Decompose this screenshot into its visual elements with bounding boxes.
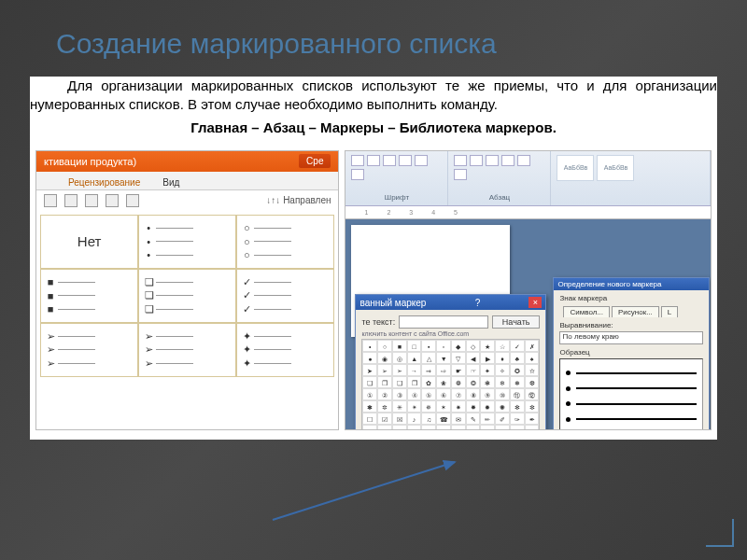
bullet-opt-check[interactable]: ✓ ✓ ✓	[236, 269, 334, 323]
ribbon-styles-group: АаБбВв АаБбВв	[551, 151, 711, 206]
document-area: ванный маркер ? × те текст: Начать ключи…	[345, 219, 711, 429]
font-icon[interactable]	[351, 155, 364, 166]
help-icon[interactable]: ?	[475, 298, 481, 308]
style-box-2[interactable]: АаБбВв	[597, 155, 634, 181]
office-hint: ключить контент с сайта Office.com	[361, 330, 540, 337]
ribbon-tabs: Рецензирование Вид	[36, 172, 338, 190]
bullet-opt-circle[interactable]: ○ ○ ○	[236, 215, 334, 269]
tab-picture[interactable]: Рисунок...	[612, 306, 659, 317]
ribbon-font-group: Шрифт	[345, 151, 448, 206]
marker-section-label: Знак маркера	[559, 294, 703, 302]
content-box: Для организации маркированных списков ис…	[30, 77, 717, 440]
search-label: те текст:	[361, 317, 395, 327]
start-button[interactable]: Начать	[492, 315, 541, 329]
font-group-label: Шрифт	[351, 193, 442, 202]
tab-review[interactable]: Рецензирование	[64, 175, 144, 189]
svg-line-0	[273, 462, 455, 520]
search-input[interactable]	[399, 315, 488, 329]
indent-dec-icon[interactable]	[106, 194, 119, 207]
ruler: 12345	[345, 206, 711, 219]
bullet-opt-arrow2[interactable]: ➢ ➢ ➢	[138, 323, 236, 377]
spacing-icon[interactable]	[454, 169, 467, 180]
slide-title: Создание маркированного списка	[56, 28, 710, 60]
bullets-ribbon-icon[interactable]	[454, 155, 467, 166]
bullets-icon[interactable]	[44, 194, 57, 207]
corner-decoration	[706, 519, 734, 547]
preview-label: Образец	[559, 348, 703, 357]
symbol-grid[interactable]: •○■□▪▫◆◇★☆✓✗ ●◉◎▲△▼▽◀▶♦♣♠ ➤➢➣→⇒⇨☛☞✦✧✪✫ ❏…	[361, 339, 540, 430]
size-icon[interactable]	[367, 155, 380, 166]
marker-preview	[559, 358, 703, 430]
numbering-icon[interactable]	[64, 194, 78, 207]
multilevel-icon[interactable]	[85, 194, 98, 207]
tab-font[interactable]: L	[661, 306, 678, 317]
align-center-icon[interactable]	[501, 155, 514, 166]
align-label: Выравнивание:	[559, 321, 613, 329]
direction-label: ↓↑↓ Направлен	[266, 195, 331, 205]
bullet-library-screenshot: ктивации продукта) Сре Рецензирование Ви…	[35, 150, 339, 430]
ribbon-paragraph-group: Абзац	[448, 151, 551, 206]
align-right-icon[interactable]	[517, 155, 530, 166]
symbol-dialog-title: ванный маркер ? ×	[356, 295, 545, 310]
arrow-annotation	[263, 455, 469, 529]
word-window-screenshot: Шрифт Абзац	[345, 150, 712, 430]
bullet-opt-arrow1[interactable]: ➢ ➢ ➢	[40, 323, 138, 377]
bullet-library-grid: Нет • • • ○ ○ ○ ■ ■ ■	[36, 211, 338, 381]
paragraph-group-label: Абзац	[454, 193, 544, 202]
style-box-1[interactable]: АаБбВв	[557, 155, 594, 181]
bullet-opt-square[interactable]: ■ ■ ■	[40, 269, 138, 323]
screenshots-row: ктивации продукта) Сре Рецензирование Ви…	[30, 147, 717, 440]
orange-button[interactable]: Сре	[299, 154, 331, 168]
bullet-opt-diamond[interactable]: ✦ ✦ ✦	[236, 323, 334, 377]
bullet-opt-box[interactable]: ❏ ❏ ❏	[138, 269, 236, 323]
bullet-none[interactable]: Нет	[40, 215, 138, 269]
tab-view[interactable]: Вид	[159, 175, 183, 189]
marker-dialog-title: Определение нового маркера	[554, 278, 709, 290]
numbering-ribbon-icon[interactable]	[470, 155, 483, 166]
italic-icon[interactable]	[399, 155, 412, 166]
align-select[interactable]: По левому краю	[559, 331, 703, 344]
color-icon[interactable]	[351, 169, 364, 180]
tab-symbol[interactable]: Символ...	[563, 306, 610, 317]
align-left-icon[interactable]	[486, 155, 499, 166]
close-icon[interactable]: ×	[529, 297, 542, 308]
paragraph-text: Для организации маркированных списков ис…	[30, 77, 717, 115]
list-toolbar: ↓↑↓ Направлен	[36, 190, 338, 211]
word-titlebar-orange: ктивации продукта) Сре	[36, 151, 338, 172]
indent-inc-icon[interactable]	[126, 194, 139, 207]
symbol-dialog: ванный маркер ? × те текст: Начать ключи…	[355, 294, 546, 430]
ribbon: Шрифт Абзац	[345, 151, 711, 207]
underline-icon[interactable]	[415, 155, 428, 166]
bullet-opt-disc[interactable]: • • •	[138, 215, 236, 269]
menu-path: Главная – Абзац – Маркеры – Библиотека м…	[30, 119, 717, 137]
activation-text: ктивации продукта)	[44, 156, 136, 167]
new-marker-dialog: Определение нового маркера Знак маркера …	[553, 277, 710, 430]
bold-icon[interactable]	[383, 155, 396, 166]
